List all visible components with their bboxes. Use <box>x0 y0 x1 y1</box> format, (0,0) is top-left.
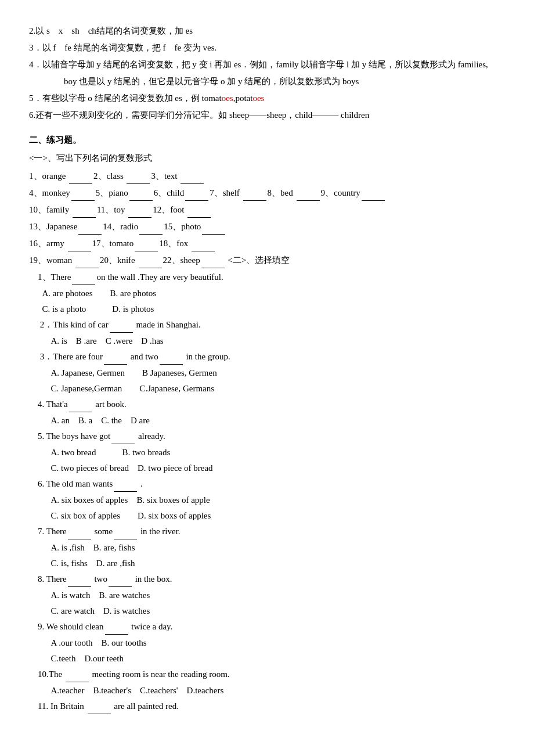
q2-text: 2．This kind of car made in Shanghai. <box>29 317 505 333</box>
q5-text: 5. The boys have got already. <box>29 429 505 444</box>
vocab-row-4: 13、Japanese14、radio15、photo <box>29 219 505 235</box>
rule-4a: 4．以辅音字母加 y 结尾的名词变复数，把 y 变 i 再加 es．例如，fam… <box>29 57 505 73</box>
vocab-row-1: 1、orange 2、class 3、text <box>29 168 505 184</box>
q10-options: A.teacher B.teacher's C.teachers' D.teac… <box>29 683 505 699</box>
q7-text: 7. There some in the river. <box>29 524 505 539</box>
q4-options: A. an B. a C. the D are <box>29 413 505 429</box>
q11-text: 11. In Britain are all painted red. <box>29 699 505 714</box>
rule-6: 6.还有一些不规则变化的，需要同学们分清记牢。如 sheep——sheep，ch… <box>29 107 505 123</box>
q8-text: 8. There two in the box. <box>29 571 505 587</box>
rule-3: 3．以 f fe 结尾的名词变复数，把 f fe 变为 ves. <box>29 40 505 56</box>
q1-text: 1、Thereon the wall .They are very beauti… <box>29 269 505 285</box>
vocab-row-3: 10、family 11、toy 12、foot <box>29 202 505 218</box>
q6-options-cd: C. six box of apples D. six boxs of appl… <box>29 508 505 524</box>
q7-options-ab: A. is ,fish B. are, fishs <box>29 540 505 556</box>
vocab-row-6: 19、woman 20、knife 22、sheep <二>、选择填空 <box>29 253 505 268</box>
q9-options-ab: A .our tooth B. our tooths <box>29 635 505 651</box>
rule-5: 5．有些以字母 o 结尾的名词变复数加 es，例 tomatoes,potato… <box>29 91 505 106</box>
q1-options-ab: A. are photoes B. are photos <box>29 286 505 301</box>
q3-text: 3．There are four and two in the group. <box>29 349 505 365</box>
rule-4b: boy 也是以 y 结尾的，但它是以元音字母 o 加 y 结尾的，所以复数形式为… <box>29 74 505 89</box>
q8-options-cd: C. are watch D. is watches <box>29 603 505 619</box>
rule-2: 2.以 s x sh ch结尾的名词变复数，加 es <box>29 23 505 39</box>
section2-title: 二、练习题。 <box>29 132 505 148</box>
vocab-row-5: 16、army 17、tomato18、fox <box>29 236 505 251</box>
q7-options-cd: C. is, fishs D. are ,fish <box>29 556 505 571</box>
q5-options-cd: C. two pieces of bread D. two piece of b… <box>29 460 505 476</box>
q8-options-ab: A. is watch B. are watches <box>29 588 505 603</box>
vocab-row-2: 4、monkey5、piano6、child7、shelf 8、bed 9、co… <box>29 185 505 201</box>
part1-title: <一>、写出下列名词的复数形式 <box>29 150 505 166</box>
q1-options-cd: C. is a photo D. is photos <box>29 301 505 317</box>
q3-options-cd: C. Japanese,German C.Japanese, Germans <box>29 381 505 397</box>
q5-options-ab: A. two bread B. two breads <box>29 445 505 460</box>
q10-text: 10.The meeting room is near the reading … <box>29 667 505 682</box>
q6-text: 6. The old man wants . <box>29 476 505 492</box>
q9-options-cd: C.teeth D.our teeth <box>29 651 505 667</box>
main-content: 2.以 s x sh ch结尾的名词变复数，加 es 3．以 f fe 结尾的名… <box>29 23 505 714</box>
q9-text: 9. We should clean twice a day. <box>29 619 505 635</box>
q3-options-ab: A. Japanese, Germen B Japaneses, Germen <box>29 365 505 381</box>
q6-options-ab: A. six boxes of apples B. six boxes of a… <box>29 492 505 508</box>
q2-options: A. is B .are C .were D .has <box>29 333 505 349</box>
q4-text: 4. That'a art book. <box>29 397 505 412</box>
